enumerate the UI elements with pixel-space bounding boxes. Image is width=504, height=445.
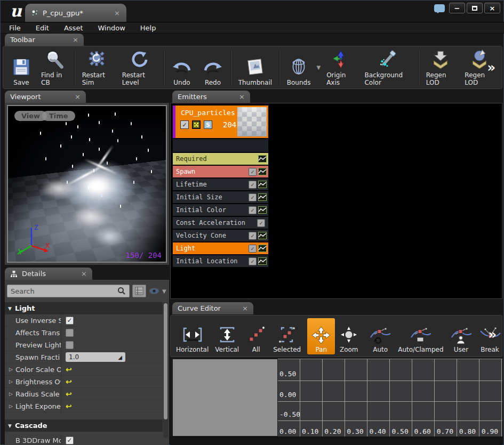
module-initial-size[interactable]: Initial Size ✓ [173, 191, 268, 203]
pan-mode-button[interactable]: Pan [307, 318, 335, 354]
tangent-auto-button[interactable]: Auto [366, 318, 395, 354]
module-enabled-checkbox[interactable]: ✓ [257, 219, 265, 227]
category-cascade[interactable]: ▼ Cascade [5, 419, 163, 432]
toolbar-tab[interactable]: Toolbar × [5, 34, 84, 46]
emitter-material-thumbnail[interactable] [237, 107, 267, 136]
fit-vertical-button[interactable]: Vertical [212, 318, 242, 354]
checkbox-checked[interactable]: ✓ [66, 436, 74, 444]
module-enabled-checkbox[interactable]: ✓ [249, 193, 257, 201]
checkbox-unchecked[interactable] [66, 341, 74, 349]
toolbar-overflow-icon[interactable]: » [487, 60, 495, 75]
toolbar-tab-close-icon[interactable]: × [73, 36, 78, 44]
module-graph-icon[interactable] [258, 155, 267, 163]
emitters-tab[interactable]: Emitters × [172, 91, 250, 103]
bounds-dropdown-icon[interactable]: ▼ [316, 64, 321, 70]
expanded-arrow-icon: ▼ [8, 306, 12, 311]
restart-level-button[interactable]: Restart Level [117, 49, 162, 86]
menu-window[interactable]: Window [98, 24, 125, 32]
thumbnail-button[interactable]: Thumbnail [234, 49, 277, 86]
module-graph-icon[interactable] [258, 232, 267, 239]
tangent-auto-clamped-button[interactable]: Auto/Clamped [395, 318, 446, 354]
checkbox-checked[interactable]: ✓ [66, 317, 74, 325]
module-graph-icon[interactable] [258, 245, 267, 252]
feedback-bubble-icon[interactable] [434, 4, 445, 12]
emitter-solo-icon[interactable] [192, 120, 201, 129]
regen-lod-duplicate-button[interactable]: Regen LOD [421, 49, 460, 86]
collapsed-arrow-icon[interactable]: ▷ [9, 367, 13, 372]
fit-horizontal-button[interactable]: Horizontal [173, 318, 212, 354]
zoom-mode-button[interactable]: Zoom [335, 318, 363, 354]
search-input[interactable]: Search [7, 285, 130, 297]
details-scrollbar[interactable] [163, 302, 168, 438]
redo-button[interactable]: Redo [197, 49, 228, 86]
curve-editor-tab-close-icon[interactable]: × [242, 304, 248, 312]
module-graph-icon[interactable] [258, 206, 267, 214]
undo-button[interactable]: Undo [166, 49, 197, 86]
module-initial-color[interactable]: Initial Color ✓ [173, 204, 268, 216]
emitters-panel[interactable]: CPU_particles ✓ S 204 Required Spawn ✓ L… [170, 103, 502, 299]
fit-all-button[interactable]: All [242, 318, 270, 354]
viewport-tab-close-icon[interactable]: × [75, 93, 81, 101]
module-required[interactable]: Required [173, 153, 268, 165]
bounds-button[interactable]: Bounds [282, 49, 316, 86]
background-color-button[interactable]: Background Color [359, 49, 416, 86]
spawn-fraction-input[interactable]: 1.0 ◢ [66, 352, 125, 362]
module-lifetime[interactable]: Lifetime ✓ [173, 179, 268, 190]
asset-tab[interactable]: P_cpu_gpu* × [25, 4, 126, 22]
module-graph-icon[interactable] [258, 168, 267, 175]
curve-track-list[interactable] [172, 359, 278, 436]
display-filter-button[interactable] [132, 285, 146, 297]
emitters-tab-close-icon[interactable]: × [239, 93, 245, 101]
viewport-scene[interactable]: View Time Z X 150/ 204 [7, 105, 167, 263]
module-enabled-checkbox[interactable]: ✓ [249, 257, 257, 265]
module-const-acceleration[interactable]: Const Acceleration ✓ [173, 217, 268, 229]
module-graph-icon[interactable] [258, 181, 267, 188]
category-light[interactable]: ▼ Light [5, 302, 163, 314]
time-menu-button[interactable]: Time [42, 111, 75, 121]
tangent-auto-clamped-icon [410, 326, 432, 345]
menu-edit[interactable]: Edit [36, 24, 49, 32]
scrollbar-thumb[interactable] [164, 303, 167, 419]
module-light[interactable]: Light ✓ [173, 242, 268, 254]
module-spawn[interactable]: Spawn ✓ [173, 166, 268, 177]
checkbox-unchecked[interactable] [66, 329, 74, 337]
expand-corner-icon[interactable]: ◢ [118, 354, 122, 360]
collapsed-arrow-icon[interactable]: ▷ [9, 403, 13, 409]
collapsed-arrow-icon[interactable]: ▷ [9, 391, 13, 397]
tangent-user-button[interactable]: User [447, 318, 476, 354]
curve-grid[interactable]: 0.50 0.00 -0.50 0.000.10 0.200.30 0.400.… [278, 359, 502, 436]
module-enabled-checkbox[interactable]: ✓ [249, 168, 257, 176]
find-in-cb-button[interactable]: Find in CB [36, 49, 72, 86]
details-tab-close-icon[interactable]: × [81, 270, 87, 278]
curve-toolbar-overflow-icon[interactable]: » [488, 327, 497, 342]
module-enabled-checkbox[interactable]: ✓ [249, 245, 257, 253]
origin-axis-button[interactable]: Origin Axis [322, 49, 359, 86]
module-enabled-checkbox[interactable]: ✓ [249, 232, 257, 240]
view-options-button[interactable]: ▼ [149, 285, 167, 297]
module-velocity-cone[interactable]: Velocity Cone ✓ [173, 230, 268, 241]
save-button[interactable]: Save [6, 49, 36, 86]
menu-asset[interactable]: Asset [64, 24, 83, 32]
menu-file[interactable]: File [9, 24, 21, 32]
minimize-button[interactable]: − [449, 3, 465, 13]
restart-sim-button[interactable]: Restart Sim [77, 49, 117, 86]
maximize-button[interactable] [467, 3, 483, 13]
module-enabled-checkbox[interactable]: ✓ [249, 206, 257, 214]
collapsed-arrow-icon[interactable]: ▷ [9, 379, 13, 384]
toolbar-tab-label: Toolbar [10, 36, 35, 44]
module-graph-icon[interactable] [258, 257, 267, 265]
fit-selected-button[interactable]: Selected [270, 318, 304, 354]
emitter-enabled-checkbox[interactable]: ✓ [180, 120, 189, 129]
emitter-s-button[interactable]: S [204, 120, 212, 129]
curve-editor-tab[interactable]: Curve Editor × [172, 302, 253, 314]
module-initial-location[interactable]: Initial Location ✓ [173, 255, 268, 267]
menu-help[interactable]: Help [140, 24, 156, 32]
module-enabled-checkbox[interactable]: ✓ [249, 181, 257, 189]
module-graph-icon[interactable] [258, 193, 267, 201]
close-button[interactable]: × [484, 3, 500, 13]
redo-arrow-icon [202, 57, 223, 77]
asset-tab-close-icon[interactable]: × [114, 9, 120, 17]
viewport-tab[interactable]: Viewport × [5, 91, 86, 103]
emitter-header[interactable]: CPU_particles ✓ S 204 [173, 106, 268, 138]
details-tab[interactable]: Details × [5, 268, 92, 280]
